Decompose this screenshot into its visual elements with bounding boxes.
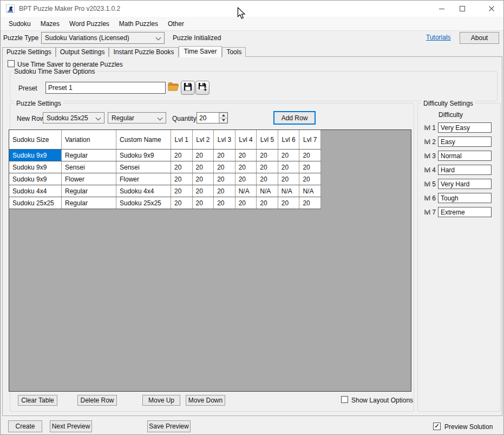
column-header-sudoku-size[interactable]: Sudoku Size [9,130,62,150]
table-cell[interactable]: Sudoku 9x9 [9,173,62,185]
column-header-custom-name[interactable]: Custom Name [116,130,171,150]
puzzle-type-select[interactable]: Sudoku Variations (Licensed) [41,32,165,44]
move-down-button[interactable]: Move Down [186,395,225,406]
menu-item-word-puzzles[interactable]: Word Puzzles [64,17,114,31]
table-cell[interactable]: 20 [235,150,257,161]
column-header-lvl-6[interactable]: Lvl 6 [278,130,299,150]
table-cell[interactable]: Sudoku 9x9 [9,161,62,173]
table-cell[interactable]: Sensei [62,161,116,173]
table-cell[interactable]: 20 [171,173,193,185]
preview-solution-checkbox[interactable]: ✓ [433,423,441,430]
table-cell[interactable]: 20 [171,161,193,173]
table-cell[interactable]: 20 [192,185,214,197]
table-cell[interactable]: 20 [235,197,257,209]
table-cell[interactable]: 20 [257,173,278,185]
column-header-lvl-5[interactable]: Lvl 5 [257,130,278,150]
save-preset-as-button[interactable] [195,81,210,95]
save-preset-button[interactable] [181,81,195,95]
about-button[interactable]: About [460,32,499,44]
table-cell[interactable]: Sudoku 25x25 [116,197,171,209]
show-layout-options-checkbox[interactable] [341,396,348,403]
table-cell[interactable]: Regular [62,185,116,197]
stepper-up-button[interactable] [219,113,227,118]
tab-output-settings[interactable]: Output Settings [56,47,109,57]
table-cell[interactable]: 20 [278,161,299,173]
column-header-lvl-3[interactable]: Lvl 3 [214,130,235,150]
menu-item-other[interactable]: Other [163,17,189,31]
table-cell[interactable]: N/A [299,185,321,197]
table-cell[interactable]: N/A [257,185,278,197]
table-cell[interactable]: Regular [62,197,116,209]
table-cell[interactable]: N/A [278,185,299,197]
column-header-variation[interactable]: Variation [62,130,116,150]
table-cell[interactable]: Sudoku 9x9 [116,150,171,161]
move-up-button[interactable]: Move Up [142,395,180,406]
quantity-stepper[interactable]: 20 [197,112,228,124]
preset-input[interactable]: Preset 1 [45,82,166,94]
table-cell[interactable]: Sensei [116,161,171,173]
table-cell[interactable]: Flower [62,173,116,185]
tab-instant-puzzle-books[interactable]: Instant Puzzle Books [109,47,178,57]
table-cell[interactable]: 20 [235,161,257,173]
create-button[interactable]: Create [8,420,42,432]
tab-puzzle-settings[interactable]: Puzzle Settings [2,47,56,57]
table-cell[interactable]: 20 [299,150,321,161]
table-cell[interactable]: Regular [62,150,116,161]
minimize-button[interactable] [433,1,451,17]
table-cell[interactable]: 20 [192,161,214,173]
table-cell[interactable]: 20 [171,185,193,197]
table-cell[interactable]: 20 [171,150,193,161]
table-cell[interactable]: 20 [278,197,299,209]
table-cell[interactable]: Sudoku 4x4 [116,185,171,197]
column-header-lvl-7[interactable]: Lvl 7 [299,130,321,150]
variation-select[interactable]: Regular [108,112,166,124]
column-header-lvl-2[interactable]: Lvl 2 [192,130,214,150]
table-cell[interactable]: 20 [257,161,278,173]
difficulty-level-input[interactable]: Normal [438,151,492,161]
table-cell[interactable]: 20 [278,173,299,185]
table-cell[interactable]: 20 [214,173,235,185]
table-cell[interactable]: Sudoku 9x9 [9,150,62,161]
save-preview-button[interactable]: Save Preview [147,420,191,432]
column-header-lvl-4[interactable]: Lvl 4 [235,130,257,150]
maximize-button[interactable] [453,1,472,17]
column-header-lvl-1[interactable]: Lvl 1 [171,130,193,150]
table-cell[interactable]: 20 [257,150,278,161]
table-cell[interactable]: 20 [214,150,235,161]
clear-table-button[interactable]: Clear Table [18,395,57,406]
table-cell[interactable]: 20 [299,161,321,173]
table-cell[interactable]: 20 [235,173,257,185]
tutorials-link[interactable]: Tutorials [426,34,451,41]
open-preset-button[interactable] [166,81,180,95]
table-cell[interactable]: 20 [214,197,235,209]
difficulty-level-input[interactable]: Very Hard [438,179,492,189]
table-cell[interactable]: N/A [235,185,257,197]
menu-item-math-puzzles[interactable]: Math Puzzles [114,17,163,31]
add-row-button[interactable]: Add Row [273,111,316,125]
table-cell[interactable]: 20 [171,197,193,209]
table-cell[interactable]: 20 [299,197,321,209]
next-preview-button[interactable]: Next Preview [50,420,92,432]
delete-row-button[interactable]: Delete Row [77,395,117,406]
table-cell[interactable]: Flower [116,173,171,185]
tab-tools[interactable]: Tools [222,47,246,57]
menu-item-sudoku[interactable]: Sudoku [4,17,36,31]
table-cell[interactable]: 20 [214,185,235,197]
table-cell[interactable]: 20 [192,173,214,185]
menu-item-mazes[interactable]: Mazes [36,17,64,31]
difficulty-level-input[interactable]: Very Easy [438,122,492,133]
stepper-down-button[interactable] [219,118,227,124]
table-cell[interactable]: 20 [257,197,278,209]
table-cell[interactable]: 20 [278,150,299,161]
table-cell[interactable]: Sudoku 4x4 [9,185,62,197]
close-button[interactable] [482,1,501,17]
difficulty-level-input[interactable]: Extreme [438,207,492,217]
difficulty-level-input[interactable]: Tough [438,193,492,203]
table-cell[interactable]: 20 [214,161,235,173]
table-cell[interactable]: Sudoku 25x25 [9,197,62,209]
difficulty-level-input[interactable]: Easy [438,137,492,147]
table-cell[interactable]: 20 [299,173,321,185]
tab-time-saver[interactable]: Time Saver [179,46,222,57]
sudoku-size-select[interactable]: Sudoku 25x25 [43,112,104,124]
use-time-saver-checkbox[interactable] [8,60,15,67]
